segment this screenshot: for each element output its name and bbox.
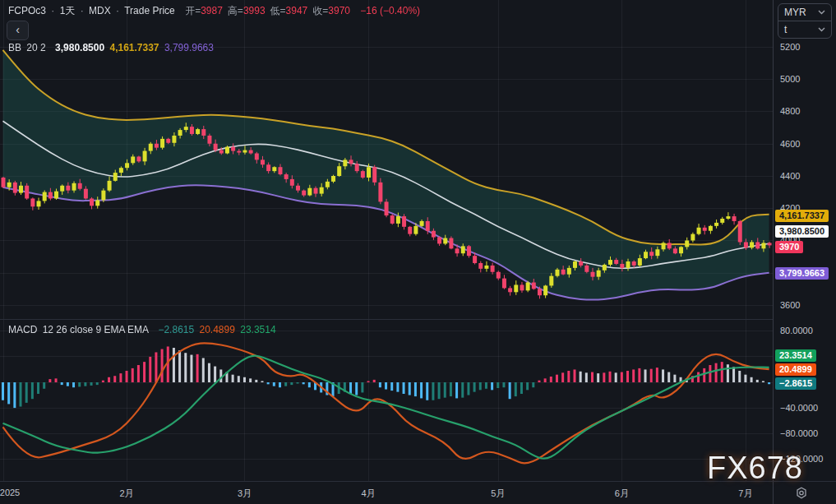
chevron-down-icon [818,10,825,15]
currency-value: MYR [784,7,806,18]
axis-tick-label: 4600 [780,139,800,149]
price-badge: 3,799.9663 [775,267,829,280]
macd-chart-canvas[interactable] [0,319,773,481]
price-axis[interactable]: MYR t 5200500048004600440042004000380036… [774,0,836,481]
axis-corner-divider [773,482,774,504]
price-badge: −2.8615 [775,377,816,390]
legend-separator: · [116,5,119,16]
macd-signal-value: 23.3514 [240,324,275,335]
chart-window: FCPOc3 · 1天 · MDX · Trade Price 开=3987高=… [0,0,836,504]
time-axis-label: 2025 [0,488,20,497]
ohlc-item: 高=3993 [228,5,268,16]
macd-name: MACD [8,324,37,335]
bb-params: 20 2 [26,42,45,53]
ohlc-label: 收= [312,5,328,16]
time-axis-label: 6月 [615,488,629,500]
chevron-left-icon: ‹ [16,23,20,36]
symbol-name: FCPOc3 [8,5,46,16]
macd-hist-value: −2.8615 [158,324,194,335]
interval-label: 1天 [60,5,76,16]
axis-tick-label: 5000 [780,74,800,84]
axis-tick-label: 5200 [780,42,800,52]
ohlc-values: 开=3987高=3993低=3947收=3970 [185,5,355,16]
time-axis-label: 4月 [361,488,375,500]
bb-basis-value: 3,980.8500 [55,42,104,53]
price-badge: 3,980.8500 [775,225,829,238]
time-axis-settings-icon[interactable] [794,486,809,501]
ohlc-item: 开=3987 [185,5,225,16]
currency-unit-selector: MYR t [778,3,832,39]
ohlc-item: 收=3970 [312,5,353,16]
exchange-label: MDX [89,5,111,16]
time-axis-label: 2月 [120,488,134,500]
pane-separator[interactable] [0,319,774,320]
macd-legend[interactable]: MACD 12 26 close 9 EMA EMA −2.8615 20.48… [8,324,279,335]
macd-line-value: 20.4899 [200,324,235,335]
ohlc-label: 开= [185,5,201,16]
ohlc-label: 高= [228,5,243,16]
axis-tick-label: 80.0000 [780,326,813,335]
ohlc-label: 低= [270,5,286,16]
legend-separator: · [51,5,54,16]
currency-dropdown[interactable]: MYR [778,4,831,21]
axis-tick-label: −40.0000 [780,403,818,413]
axis-tick-label: −120.0000 [780,454,823,464]
price-type-label: Trade Price [124,5,175,16]
symbol-legend[interactable]: FCPOc3 · 1天 · MDX · Trade Price 开=3987高=… [8,4,423,18]
chevron-down-icon [818,27,825,32]
time-axis-label: 7月 [738,488,752,500]
unit-value: t [784,24,787,35]
ohlc-value: 3993 [243,5,266,16]
change-value: −16 (−0.40%) [360,5,420,16]
ohlc-value: 3947 [286,5,308,16]
back-button[interactable]: ‹ [7,21,29,40]
time-axis-label: 5月 [491,488,505,500]
time-axis[interactable]: 20252月3月4月5月6月7月 [0,481,836,504]
bb-name: BB [8,42,21,53]
axis-tick-label: 3600 [780,300,800,310]
ohlc-value: 3970 [328,5,350,16]
price-badge: 20.4899 [775,363,816,376]
macd-params: 12 26 close 9 EMA EMA [43,324,149,335]
bb-legend[interactable]: BB 20 2 3,980.8500 4,161.7337 3,799.9663 [8,42,216,53]
ohlc-item: 低=3947 [270,5,311,16]
axis-tick-label: 4800 [780,106,800,116]
ohlc-value: 3987 [201,5,223,16]
bb-lower-value: 3,799.9663 [164,42,214,53]
price-badge: 23.3514 [775,349,816,362]
time-axis-label: 3月 [238,488,252,500]
axis-tick-label: −80.0000 [780,428,818,438]
axis-tick-label: 4400 [780,171,800,181]
price-badge: 4,161.7337 [775,210,829,222]
legend-separator: · [81,5,84,16]
price-badge: 3970 [775,241,803,253]
bb-upper-value: 4,161.7337 [109,42,159,53]
unit-dropdown[interactable]: t [778,21,831,38]
